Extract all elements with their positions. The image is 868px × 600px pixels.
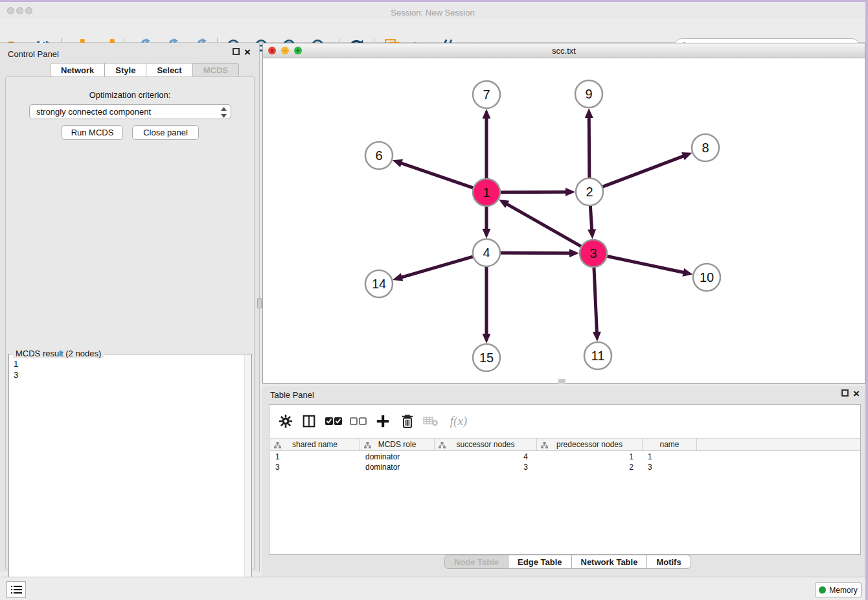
memory-label: Memory: [829, 586, 857, 595]
edge-arrowhead: [483, 334, 491, 343]
criterion-value: strongly connected component: [36, 107, 151, 117]
cell-successor-nodes[interactable]: 4: [435, 452, 537, 462]
add-column-icon[interactable]: [374, 413, 391, 430]
criterion-select[interactable]: strongly connected component: [29, 104, 231, 119]
tree-icon: [439, 442, 446, 448]
desktop-edge-right: [865, 0, 868, 600]
function-builder-icon: f(x): [446, 413, 472, 430]
edge-2-9[interactable]: [589, 116, 589, 178]
edge-arrowhead: [565, 188, 575, 196]
edge-4-14[interactable]: [400, 257, 473, 277]
edge-3-11[interactable]: [594, 268, 597, 334]
memory-button[interactable]: Memory: [815, 583, 862, 597]
table-panel: Table Panel × f(x) shared nameMCDS roles…: [262, 386, 865, 577]
tab-network[interactable]: Network: [50, 63, 105, 77]
mcds-result-title: MCDS result (2 nodes): [13, 349, 104, 358]
edge-arrowhead: [585, 108, 593, 118]
tab-select[interactable]: Select: [146, 63, 192, 77]
node-table: f(x) shared nameMCDS rolesuccessor nodes…: [269, 404, 861, 555]
tab-mcds[interactable]: MCDS: [193, 63, 239, 77]
column-header-MCDS-role[interactable]: MCDS role: [360, 439, 435, 450]
control-panel-tabs: NetworkStyleSelectMCDS: [50, 63, 239, 77]
delete-table-icon: [422, 413, 439, 430]
cell-MCDS-role[interactable]: dominator: [360, 462, 435, 472]
edge-2-3[interactable]: [590, 206, 591, 231]
close-panel-icon[interactable]: ×: [244, 49, 251, 56]
network-window-titlebar[interactable]: x - + scc.txt: [263, 43, 865, 58]
gear-icon[interactable]: [277, 413, 294, 430]
graph-node-label-8: 8: [702, 141, 709, 155]
float-panel-icon[interactable]: [841, 389, 849, 397]
run-mcds-button[interactable]: Run MCDS: [62, 125, 123, 140]
column-header-predecessor-nodes[interactable]: predecessor nodes: [537, 439, 643, 450]
graph-node-label-11: 11: [591, 349, 605, 363]
edge-1-2[interactable]: [501, 192, 567, 192]
graph-node-label-14: 14: [372, 277, 386, 291]
cell-name[interactable]: 3: [643, 462, 697, 472]
network-graph[interactable]: 1234678910111415: [263, 58, 865, 383]
float-panel-icon[interactable]: [233, 48, 240, 55]
window-title: Session: New Session: [0, 8, 865, 17]
network-window: x - + scc.txt 1234678910111415: [262, 43, 865, 384]
split-columns-icon[interactable]: [301, 413, 317, 430]
delete-column-icon[interactable]: [399, 413, 416, 430]
graph-node-label-4: 4: [483, 246, 490, 260]
column-label: shared name: [292, 440, 337, 449]
graph-node-label-2: 2: [586, 185, 593, 199]
select-all-checkboxes-icon[interactable]: [325, 413, 342, 430]
graph-node-label-10: 10: [700, 270, 714, 284]
tree-icon: [541, 442, 548, 448]
edge-2-8[interactable]: [603, 156, 685, 187]
edge-arrowhead: [393, 159, 403, 167]
network-window-title: scc.txt: [263, 46, 865, 56]
mcds-result-text[interactable]: 1 3: [14, 358, 18, 380]
close-panel-icon[interactable]: ×: [853, 390, 860, 397]
column-header-shared-name[interactable]: shared name: [270, 439, 360, 450]
edge-arrowhead: [483, 229, 491, 238]
table-row-0[interactable]: 1dominator411: [270, 452, 860, 462]
list-icon: [11, 585, 22, 594]
cell-name[interactable]: 1: [643, 452, 697, 462]
edge-arrowhead: [483, 109, 491, 119]
panel-divider-handle[interactable]: [257, 298, 262, 308]
table-body: 1dominator4113dominator323: [270, 452, 860, 472]
table-row-1[interactable]: 3dominator323: [270, 462, 860, 472]
graph-node-label-9: 9: [585, 87, 592, 101]
column-header-name[interactable]: name: [643, 439, 697, 450]
graph-node-label-6: 6: [375, 148, 382, 163]
view-resize-handle[interactable]: [558, 379, 565, 384]
tab-style[interactable]: Style: [105, 63, 146, 77]
column-label: successor nodes: [456, 440, 514, 449]
column-header-successor-nodes[interactable]: successor nodes: [435, 439, 537, 450]
cell-predecessor-nodes[interactable]: 2: [537, 462, 643, 472]
tab-network-table[interactable]: Network Table: [572, 555, 648, 569]
scrollbar[interactable]: [244, 355, 251, 596]
edge-3-10[interactable]: [608, 257, 685, 273]
edge-arrowhead: [569, 249, 579, 257]
main-toolbar: [0, 18, 865, 43]
tab-edge-table[interactable]: Edge Table: [508, 555, 571, 569]
edge-3-1[interactable]: [506, 203, 581, 246]
close-panel-button[interactable]: Close panel: [132, 125, 199, 140]
cell-predecessor-nodes[interactable]: 1: [537, 452, 643, 462]
tab-motifs[interactable]: Motifs: [647, 555, 691, 569]
clear-checkboxes-icon[interactable]: [350, 413, 367, 430]
column-label: MCDS role: [378, 440, 417, 449]
titlebar: Session: New Session: [0, 2, 865, 18]
graph-node-label-3: 3: [589, 246, 597, 260]
cell-MCDS-role[interactable]: dominator: [360, 452, 435, 462]
column-label: name: [659, 440, 679, 449]
status-bar: Memory: [0, 577, 865, 600]
edge-arrowhead: [593, 332, 601, 341]
edge-4-3[interactable]: [501, 253, 571, 253]
edge-arrowhead: [588, 229, 596, 239]
cell-shared-name[interactable]: 1: [270, 452, 360, 462]
optimization-criterion-label: Optimization criterion:: [6, 90, 254, 100]
cell-successor-nodes[interactable]: 3: [435, 462, 537, 472]
edge-1-6[interactable]: [400, 163, 473, 188]
edge-arrowhead: [681, 152, 692, 160]
tab-node-table[interactable]: Node Table: [444, 555, 508, 569]
task-history-button[interactable]: [6, 581, 26, 598]
tree-icon: [274, 442, 281, 448]
cell-shared-name[interactable]: 3: [270, 462, 360, 472]
